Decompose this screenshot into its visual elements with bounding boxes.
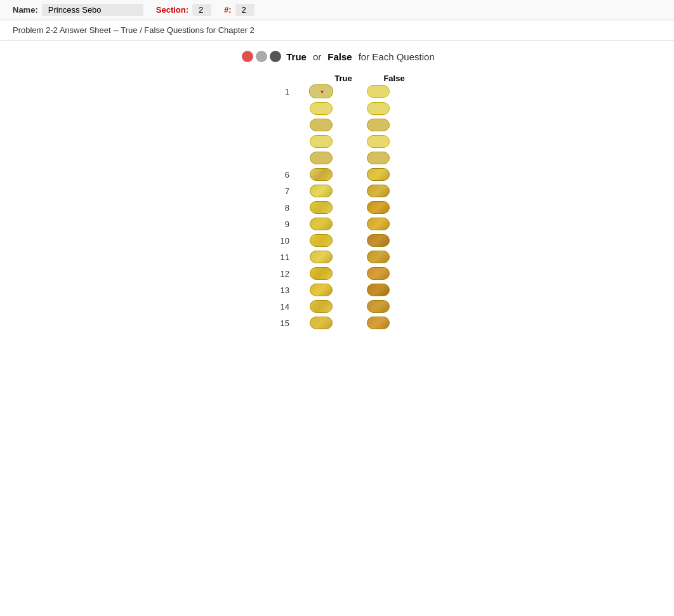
false-bubble-set[interactable]	[353, 267, 404, 280]
true-bubble-set[interactable]	[296, 284, 347, 296]
row-number: 14	[270, 302, 296, 311]
name-value: Princess Sebo	[42, 4, 143, 16]
false-bubble-set[interactable]	[353, 85, 404, 98]
false-bubble-set[interactable]	[353, 317, 404, 329]
true-bubble-set[interactable]	[296, 317, 347, 329]
true-bubble[interactable]	[310, 152, 333, 164]
false-bubble-set[interactable]	[353, 201, 404, 214]
true-bubble-set[interactable]	[296, 201, 347, 214]
false-bubble-img[interactable]	[367, 300, 390, 313]
true-bubble-img[interactable]	[310, 201, 333, 214]
answer-row: 6	[270, 168, 404, 181]
answer-row: 12	[270, 267, 404, 280]
answer-row: 15	[270, 317, 404, 329]
true-bubble-set[interactable]	[296, 218, 347, 230]
instruction-true: True	[286, 51, 307, 62]
false-bubble[interactable]	[367, 135, 390, 148]
true-bubble-img[interactable]	[310, 251, 333, 263]
true-bubble-set[interactable]	[296, 119, 347, 131]
row-number: 9	[270, 220, 296, 229]
col-header-false: False	[369, 74, 420, 83]
answer-row: 9	[270, 218, 404, 230]
false-bubble-img[interactable]	[367, 168, 390, 181]
subtitle-bar: Problem 2-2 Answer Sheet -- True / False…	[0, 20, 674, 41]
true-bubble-img[interactable]	[310, 168, 333, 181]
circle-group	[242, 51, 281, 62]
dropdown-arrow-icon: ▾	[320, 88, 324, 95]
false-bubble-set[interactable]	[353, 251, 404, 263]
true-bubble-img[interactable]	[310, 234, 333, 247]
row-number: 15	[270, 318, 296, 328]
false-bubble-set[interactable]	[353, 119, 404, 131]
answer-row: 11	[270, 251, 404, 263]
true-bubble-img[interactable]	[310, 284, 333, 296]
false-bubble-set[interactable]	[353, 234, 404, 247]
answer-table: True False 1 ▾	[0, 67, 674, 339]
row-number: 1	[270, 87, 296, 96]
row-number: 6	[270, 170, 296, 180]
true-bubble-img[interactable]	[310, 267, 333, 280]
section-field: Section: 2	[156, 4, 211, 16]
row-number: 12	[270, 269, 296, 279]
true-bubble-img[interactable]	[310, 218, 333, 230]
true-bubble-set[interactable]	[296, 135, 347, 148]
answer-row	[270, 102, 404, 115]
true-bubble-img[interactable]	[310, 317, 333, 329]
false-bubble-img[interactable]	[367, 284, 390, 296]
header-bar: Name: Princess Sebo Section: 2 #: 2	[0, 0, 674, 20]
false-bubble-img[interactable]	[367, 251, 390, 263]
false-bubble-set[interactable]	[353, 102, 404, 115]
answer-row	[270, 135, 404, 148]
true-bubble[interactable]	[310, 119, 333, 131]
false-bubble-img[interactable]	[367, 201, 390, 214]
answer-row	[270, 119, 404, 131]
row-number: 11	[270, 252, 296, 262]
column-headers: True False	[293, 74, 420, 83]
false-bubble-set[interactable]	[353, 152, 404, 164]
answer-row: 10	[270, 234, 404, 247]
answer-row: 7	[270, 185, 404, 197]
false-bubble-set[interactable]	[353, 185, 404, 197]
false-bubble-set[interactable]	[353, 168, 404, 181]
circle-icon-dark	[270, 51, 281, 62]
true-bubble-set[interactable]	[296, 251, 347, 263]
circle-icon-gray	[256, 51, 267, 62]
hash-label: #:	[224, 5, 232, 15]
false-bubble-img[interactable]	[367, 218, 390, 230]
true-bubble-set[interactable]	[296, 185, 347, 197]
false-bubble-img[interactable]	[367, 234, 390, 247]
true-bubble-img[interactable]	[310, 300, 333, 313]
instruction-row: True or False for Each Question	[0, 41, 674, 67]
true-bubble-set[interactable]	[296, 102, 347, 115]
false-bubble[interactable]	[367, 152, 390, 164]
true-bubble-set[interactable]	[296, 234, 347, 247]
false-bubble-img[interactable]	[367, 267, 390, 280]
row-number: 10	[270, 236, 296, 246]
true-bubble-set[interactable]	[296, 152, 347, 164]
true-bubble-set[interactable]	[296, 300, 347, 313]
false-bubble[interactable]	[367, 119, 390, 131]
row-number: 7	[270, 187, 296, 196]
false-bubble[interactable]	[367, 85, 390, 98]
false-bubble-set[interactable]	[353, 135, 404, 148]
true-bubble-img[interactable]	[310, 185, 333, 197]
false-bubble-set[interactable]	[353, 284, 404, 296]
circle-icon-red	[242, 51, 253, 62]
false-bubble[interactable]	[367, 102, 390, 115]
false-bubble-set[interactable]	[353, 218, 404, 230]
name-field: Name: Princess Sebo	[13, 4, 143, 16]
false-bubble-img[interactable]	[367, 185, 390, 197]
true-bubble-set[interactable]	[296, 267, 347, 280]
true-bubble[interactable]	[310, 135, 333, 148]
true-dropdown-bubble[interactable]: ▾	[309, 84, 333, 98]
instruction-post: for Each Question	[359, 51, 435, 62]
col-header-true: True	[318, 74, 369, 83]
true-bubble-set[interactable]: ▾	[296, 84, 347, 98]
true-bubble-set[interactable]	[296, 168, 347, 181]
true-bubble[interactable]	[310, 102, 333, 115]
subtitle-text: Problem 2-2 Answer Sheet -- True / False…	[13, 25, 254, 35]
answer-row: 14	[270, 300, 404, 313]
false-bubble-set[interactable]	[353, 300, 404, 313]
answer-row: 8	[270, 201, 404, 214]
false-bubble-img[interactable]	[367, 317, 390, 329]
